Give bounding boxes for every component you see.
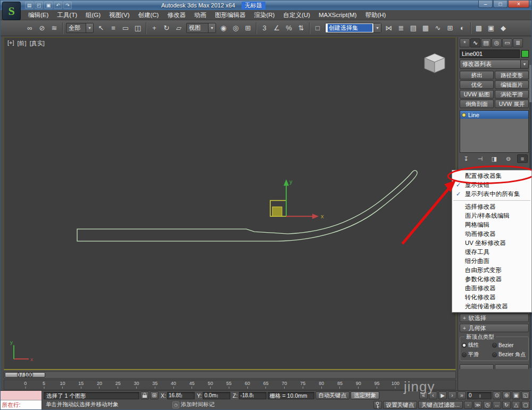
pan-icon-button[interactable]: ↔ (493, 401, 501, 409)
material-editor-icon[interactable]: ◐ (456, 22, 468, 35)
y-coord-field[interactable]: 0.0mm▴▾ (203, 392, 230, 399)
configure-modifier-sets-icon[interactable]: ≡ (517, 154, 528, 163)
menu-item[interactable]: 动画 (190, 10, 211, 20)
menu-item[interactable]: 组(G) (81, 10, 105, 20)
tab-hierarchy-icon[interactable]: ▤ (481, 38, 491, 47)
tab-display-icon[interactable]: ▭ (502, 38, 512, 47)
vertex-type-option[interactable]: Bezier (492, 341, 527, 349)
make-unique-icon[interactable]: ◨ (489, 154, 500, 163)
mirror-icon[interactable]: ⋈ (383, 22, 395, 35)
save-file-icon[interactable]: ▣ (44, 2, 53, 9)
next-key-button[interactable]: ≫ (473, 401, 482, 409)
graphite-ribbon-icon[interactable]: ▦ (420, 22, 431, 35)
undo-icon[interactable]: ↶ (54, 2, 62, 9)
zoom-all-icon-button[interactable]: ⊕ (502, 391, 511, 399)
modifier-set-button[interactable]: 编辑面片 (495, 80, 529, 89)
auto-key-button[interactable]: 自动关键点 (315, 391, 350, 399)
context-menu-item[interactable]: 动画修改器 (452, 229, 531, 239)
viewport-scene[interactable]: y x x y (4, 38, 455, 369)
spinner-icon[interactable]: ▴▾ (253, 393, 265, 398)
select-and-move-icon[interactable]: + (148, 22, 160, 35)
viewport-menu-general[interactable]: [+] (7, 39, 14, 47)
render-setup-icon[interactable]: ▩ (473, 22, 485, 35)
context-menu-item[interactable]: ✓显示按钮 (452, 181, 531, 190)
curve-editor-icon[interactable]: ∿ (432, 22, 444, 35)
menu-item[interactable]: 渲染(R) (250, 10, 279, 20)
redo-icon[interactable]: ↷ (63, 2, 72, 9)
front-viewport[interactable]: [+] [前] [真实] y x (4, 37, 456, 370)
time-slider-track[interactable]: 0 / 100 (4, 371, 456, 379)
modifier-set-button[interactable]: UVW 展开 (495, 100, 529, 108)
maximize-button[interactable]: □ (493, 1, 508, 8)
spinner-icon[interactable]: ▴▾ (217, 393, 229, 398)
object-name-field[interactable]: Line001 (460, 50, 520, 58)
context-menu-item[interactable]: UV 坐标修改器 (452, 239, 531, 248)
time-configuration-button[interactable]: ◷ (483, 401, 492, 409)
spinner-snap-icon[interactable]: ⇅ (295, 22, 307, 35)
minimize-button[interactable]: – (478, 1, 493, 8)
listener-row[interactable]: 所在行: (1, 400, 41, 409)
unlink-selection-icon[interactable]: ⊘ (36, 22, 48, 35)
window-crossing-icon[interactable]: ◫ (132, 22, 144, 35)
rectangular-region-icon[interactable]: ▭ (120, 22, 131, 35)
visibility-bulb-icon[interactable] (462, 113, 466, 117)
z-coord-field[interactable]: -18.867mm▴▾ (239, 392, 267, 399)
maxscript-mini-listener[interactable]: 所在行: (1, 391, 42, 409)
tab-create-icon[interactable]: * (460, 38, 470, 47)
bind-to-space-warp-icon[interactable]: ≋ (48, 22, 60, 35)
spinner-icon[interactable]: ▴▾ (479, 393, 490, 398)
modifier-set-button[interactable]: 优化 (460, 80, 494, 89)
rollout-geometry[interactable]: + 几何体 (460, 324, 529, 332)
select-and-manipulate-icon[interactable]: ◎ (230, 22, 242, 35)
spline-shape[interactable] (77, 170, 417, 241)
viewport-menu-view[interactable]: [前] (18, 39, 27, 47)
scrollbar-thumb[interactable] (529, 65, 531, 102)
clipped-button[interactable] (495, 364, 529, 369)
time-slider-handle[interactable]: 0 / 100 (5, 372, 45, 378)
context-menu-item[interactable]: 参数化修改器 (452, 275, 531, 284)
play-button[interactable]: ▶ (438, 391, 447, 399)
selection-filter-combo[interactable]: 全部▼ (66, 23, 94, 33)
orbit-icon-button[interactable]: ↻ (502, 401, 511, 409)
clipped-button[interactable] (460, 364, 494, 369)
context-menu-item[interactable]: 网格编辑 (452, 220, 531, 229)
current-frame-field[interactable]: 0▴▾ (467, 392, 492, 399)
object-color-swatch[interactable] (521, 50, 529, 58)
add-time-tag[interactable]: ◷ 添加时间标记 (172, 401, 214, 408)
menu-item[interactable]: 视图(V) (105, 10, 134, 20)
previous-frame-button[interactable]: ‹ (429, 391, 437, 399)
selection-lock-button[interactable] (140, 391, 149, 399)
viewport-label[interactable]: [+] [前] [真实] (7, 39, 45, 47)
macro-recorder-row[interactable] (1, 391, 41, 400)
edit-named-selections-icon[interactable]: □ (312, 22, 323, 35)
menu-item[interactable]: 图形编辑器 (211, 10, 250, 20)
title-bar[interactable]: ▤◰▣↶↷ Autodesk 3ds Max 2012 x64 无标题 – □ … (1, 1, 531, 10)
select-by-name-icon[interactable]: ≡ (107, 22, 119, 35)
modifier-set-button[interactable]: 涡轮平滑 (495, 90, 529, 99)
context-menu-item[interactable]: 细分曲面 (452, 257, 531, 266)
chevron-down-icon[interactable]: ▼ (373, 23, 381, 32)
select-and-link-icon[interactable]: ∞ (24, 22, 36, 35)
vertex-type-option[interactable]: Bezier 角点 (492, 351, 527, 358)
menu-item[interactable]: 自定义(U) (279, 10, 314, 20)
stack-item[interactable]: Line (460, 111, 528, 119)
next-frame-button[interactable]: › (448, 391, 456, 399)
modifier-set-button[interactable]: 挤出 (460, 71, 494, 79)
set-key-button[interactable]: 设置关键点 (383, 401, 418, 409)
time-ruler[interactable]: 0510152025303540455055606570758085909510… (4, 380, 456, 390)
zoom-extents-icon-button[interactable]: ▣ (512, 391, 520, 399)
open-file-icon[interactable]: ◰ (35, 2, 43, 9)
menu-item[interactable]: 编辑(E) (24, 10, 53, 20)
key-filters-button[interactable]: 关键点过滤器... (418, 401, 463, 409)
set-key-icon-button[interactable] (373, 401, 382, 409)
tab-motion-icon[interactable]: ◎ (492, 38, 502, 47)
context-menu-item[interactable]: 配置修改器集 (452, 171, 531, 181)
modifier-set-button[interactable]: UVW 贴图 (460, 90, 494, 99)
context-menu-item[interactable]: 选择修改器 (452, 202, 531, 211)
reference-coordinate-combo[interactable]: 视图▼ (186, 23, 216, 33)
keyboard-override-icon[interactable]: ⊞ (242, 22, 254, 35)
named-selection-set-combo[interactable]: 创建选择集▼ (325, 23, 381, 33)
context-menu-item[interactable]: 面片/样条线编辑 (452, 211, 531, 220)
chevron-down-icon[interactable]: ▼ (86, 23, 93, 32)
modifier-stack-list[interactable]: Line (460, 110, 529, 153)
